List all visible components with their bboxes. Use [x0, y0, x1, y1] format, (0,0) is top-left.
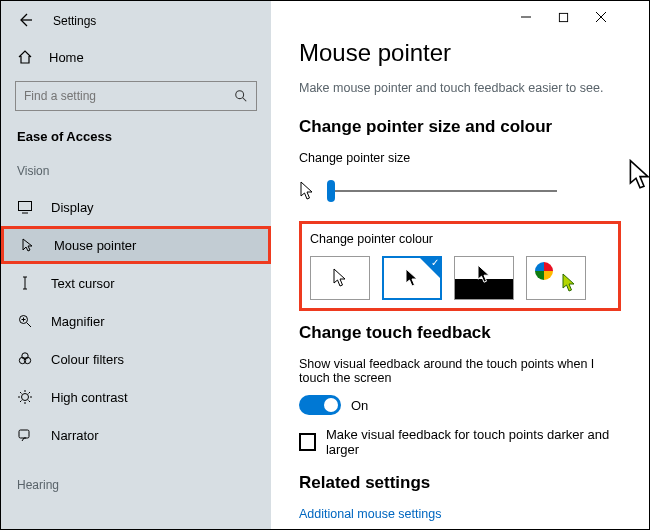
sidebar-item-label: Mouse pointer — [54, 238, 136, 253]
search-icon — [234, 89, 248, 103]
app-title: Settings — [53, 14, 96, 28]
pointer-preview-small-icon — [299, 181, 319, 201]
search-box[interactable] — [15, 81, 257, 111]
section-related: Related settings — [299, 473, 621, 493]
magnifier-icon — [17, 313, 37, 329]
sidebar-item-display[interactable]: Display — [1, 188, 271, 226]
section-size-colour: Change pointer size and colour — [299, 117, 621, 137]
sidebar-item-magnifier[interactable]: Magnifier — [1, 302, 271, 340]
svg-point-0 — [236, 91, 244, 99]
sidebar: Settings Home Ease of Access Vision Disp… — [1, 1, 271, 529]
svg-rect-7 — [19, 430, 29, 438]
group-hearing: Hearing — [1, 472, 271, 498]
sidebar-item-narrator[interactable]: Narrator — [1, 416, 271, 454]
text-cursor-icon — [17, 275, 37, 291]
pointer-colour-custom[interactable] — [526, 256, 586, 300]
maximize-button[interactable] — [558, 10, 569, 26]
slider-track[interactable] — [327, 190, 557, 192]
pointer-preview-large-icon — [627, 159, 650, 194]
check-icon: ✓ — [431, 257, 439, 268]
sidebar-item-label: Display — [51, 200, 94, 215]
sidebar-item-mouse-pointer[interactable]: Mouse pointer — [1, 226, 271, 264]
pointer-size-slider[interactable] — [299, 175, 621, 207]
label-pointer-size: Change pointer size — [299, 151, 621, 165]
narrator-icon — [17, 427, 37, 443]
page-subtitle: Make mouse pointer and touch feedback ea… — [299, 81, 621, 95]
annotation-pointer-colour: Change pointer colour ✓ — [299, 221, 621, 311]
back-icon[interactable] — [17, 12, 33, 31]
home-icon — [17, 49, 39, 65]
label-pointer-colour: Change pointer colour — [310, 232, 610, 246]
svg-point-6 — [22, 394, 29, 401]
pointer-colour-white[interactable] — [310, 256, 370, 300]
colour-wheel-icon — [535, 262, 553, 280]
sidebar-item-label: Colour filters — [51, 352, 124, 367]
titlebar — [299, 1, 621, 35]
sidebar-item-label: Narrator — [51, 428, 99, 443]
sidebar-item-label: Text cursor — [51, 276, 115, 291]
touch-feedback-toggle[interactable] — [299, 395, 341, 415]
sidebar-item-label: Magnifier — [51, 314, 104, 329]
pointer-colour-inverted[interactable] — [454, 256, 514, 300]
darker-larger-checkbox[interactable] — [299, 433, 316, 451]
high-contrast-icon — [17, 389, 37, 405]
category-title: Ease of Access — [1, 119, 271, 158]
toggle-state: On — [351, 398, 368, 413]
touch-feedback-desc: Show visual feedback around the touch po… — [299, 357, 621, 385]
home-button[interactable]: Home — [1, 41, 271, 73]
svg-rect-1 — [19, 202, 32, 211]
section-touch-feedback: Change touch feedback — [299, 323, 621, 343]
page-title: Mouse pointer — [299, 39, 621, 67]
pointer-colour-black[interactable]: ✓ — [382, 256, 442, 300]
sidebar-item-high-contrast[interactable]: High contrast — [1, 378, 271, 416]
search-input[interactable] — [24, 89, 234, 103]
close-button[interactable] — [595, 10, 607, 26]
svg-rect-8 — [559, 13, 567, 21]
minimize-button[interactable] — [520, 10, 532, 26]
main-panel: Mouse pointer Make mouse pointer and tou… — [271, 1, 649, 529]
home-label: Home — [49, 50, 84, 65]
sidebar-item-label: High contrast — [51, 390, 128, 405]
link-additional-mouse-settings[interactable]: Additional mouse settings — [299, 507, 621, 521]
slider-thumb[interactable] — [327, 180, 335, 202]
mouse-pointer-icon — [20, 237, 40, 253]
checkbox-label: Make visual feedback for touch points da… — [326, 427, 621, 457]
display-icon — [17, 199, 37, 215]
colour-filters-icon — [17, 351, 37, 367]
sidebar-item-text-cursor[interactable]: Text cursor — [1, 264, 271, 302]
sidebar-item-colour-filters[interactable]: Colour filters — [1, 340, 271, 378]
group-vision: Vision — [1, 158, 271, 184]
